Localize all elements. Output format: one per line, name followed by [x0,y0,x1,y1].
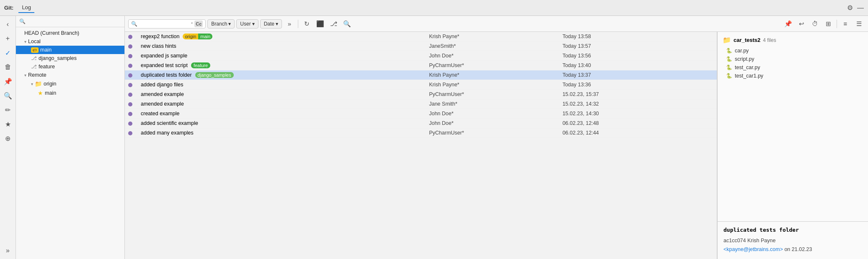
commit-user-cell: Jane Smith* [426,99,559,109]
refresh-icon[interactable]: ↻ [301,18,313,30]
branch-graph-icon[interactable]: ⎇ [328,18,339,30]
log-area: regexp2 functionoriginmainKrish Payne*To… [125,32,868,259]
table-row[interactable]: amended exampleJane Smith*15.02.23, 14:3… [125,99,717,109]
settings-icon[interactable]: ⚙ [847,4,853,12]
commit-detail-title: duplicated tests folder [723,227,862,233]
sidebar-item-remote[interactable]: ▾ Remote [16,71,124,79]
pin2-icon[interactable]: 📌 [782,18,794,30]
layout-icon[interactable]: ⊞ [822,18,834,30]
sidebar-item-local[interactable]: ▾ Local [16,37,124,46]
commit-email[interactable]: <kpayne@jetbrains.com> [723,246,783,252]
right-panel-commit-detail: duplicated tests folder ac1cc074 Krish P… [718,222,868,259]
graph-cell [125,70,137,80]
sidebar-item-origin[interactable]: ▾ 📁 origin [16,79,124,88]
regex-btn[interactable]: * [191,21,193,26]
commit-search-input[interactable] [139,21,189,27]
folder-name: car_tests2 [734,37,760,43]
case-btn[interactable]: Cc [194,21,203,27]
graph-cell [125,32,137,41]
graph-cell [125,99,137,109]
history-icon[interactable]: ⏱ [809,18,821,30]
sidebar-search-icon: 🔍 [19,18,26,24]
commit-date-val: on 21.02.23 [784,246,812,252]
py-file-icon: 🐍 [726,65,732,70]
commit-user-cell: PyCharmUser* [426,90,559,99]
sidebar-item-main[interactable]: 🏷 main [16,46,124,54]
sidebar-item-feature[interactable]: ⎇ feature [16,62,124,71]
table-row[interactable]: added many examplesPyCharmUser*06.02.23,… [125,128,717,138]
left-toolbar: ‹ + ✓ 🗑 📌 🔍 ✏ ★ ⊕ » [0,16,16,259]
commit-message-text: added scientific example [141,120,198,126]
table-row[interactable]: expanded test scriptfeaturePyCharmUser*T… [125,61,717,70]
sidebar-item-django-samples[interactable]: ⎇ django_samples [16,54,124,62]
commit-search-box[interactable]: 🔍 * Cc [128,19,206,28]
trash-icon[interactable]: 🗑 [2,61,14,73]
file-count: 4 files [763,37,776,43]
sidebar-item-head[interactable]: HEAD (Current Branch) [16,29,124,37]
commit-detail-meta: ac1cc074 Krish Payne <kpayne@jetbrains.c… [723,236,862,254]
pencil-icon[interactable]: ✏ [2,104,14,116]
date-filter[interactable]: Date ▾ [260,19,282,28]
back-icon[interactable]: ‹ [2,18,14,30]
table-row[interactable]: added django filesKrish Payne*Today 13:3… [125,80,717,90]
table-row[interactable]: new class hintsJaneSmith*Today 13:57 [125,41,717,51]
minimize-icon[interactable]: — [857,4,864,12]
plus-circle-icon[interactable]: ⊕ [2,132,14,144]
list-item[interactable]: 🐍test_car1.py [723,72,863,80]
user-filter[interactable]: User ▾ [236,19,258,28]
graph-cell [125,80,137,90]
log-table: regexp2 functionoriginmainKrish Payne*To… [125,32,717,138]
undo-icon[interactable]: ↩ [796,18,807,30]
pin-icon[interactable]: 📌 [2,75,14,87]
graph-cell [125,41,137,51]
file-name: test_car1.py [735,73,763,79]
commit-message-text: added django files [141,82,183,88]
commit-message-cell: amended example [137,99,426,109]
more-filters-icon[interactable]: » [284,18,295,30]
commit-user-cell: John Doe* [426,51,559,61]
branch-tag-origin-main: originmain [183,34,212,39]
list-item[interactable]: 🐍test_car.py [723,63,863,72]
plus-icon[interactable]: + [2,33,14,44]
sidebar-tree: HEAD (Current Branch) ▾ Local 🏷 main ⎇ d… [16,27,124,259]
star-icon[interactable]: ★ [2,118,14,130]
table-row[interactable]: added scientific exampleJohn Doe*06.02.2… [125,119,717,128]
commit-message-cell: added many examples [137,128,426,138]
checkmark-icon[interactable]: ✓ [2,47,14,59]
commit-user-cell: PyCharmUser* [426,61,559,70]
commit-message-cell: created example [137,109,426,119]
commit-date-cell: Today 13:37 [559,70,717,80]
log-search-icon[interactable]: 🔍 [341,18,353,30]
stop-icon[interactable]: ⬛ [314,18,326,30]
log-tab[interactable]: Log [18,3,34,13]
commit-message-cell: expanded js sample [137,51,426,61]
commit-date-cell: 15.02.23, 14:32 [559,99,717,109]
table-row[interactable]: regexp2 functionoriginmainKrish Payne*To… [125,32,717,41]
commit-user-detail: Krish Payne [747,238,775,243]
commit-hash: ac1cc074 [723,238,746,243]
branch-filter[interactable]: Branch ▾ [207,19,235,28]
commit-message-cell: regexp2 functionoriginmain [137,32,426,41]
commit-date-cell: 06.02.23, 12:44 [559,128,717,138]
table-row[interactable]: duplicated tests folderdjango_samplesKri… [125,70,717,80]
commit-date-cell: 15.02.23, 15:37 [559,90,717,99]
sidebar-search-input[interactable] [26,18,121,24]
list-item[interactable]: 🐍car.py [723,47,863,55]
search-icon[interactable]: 🔍 [2,90,14,101]
log-table-container: regexp2 functionoriginmainKrish Payne*To… [125,32,717,259]
table-row[interactable]: amended examplePyCharmUser*15.02.23, 15:… [125,90,717,99]
table-row[interactable]: created exampleJohn Doe*15.02.23, 14:30 [125,109,717,119]
commit-date-cell: 15.02.23, 14:30 [559,109,717,119]
commit-date-cell: Today 13:58 [559,32,717,41]
settings2-icon[interactable]: ☰ [853,18,865,30]
chevron-double-icon[interactable]: » [2,245,14,256]
sidebar-search-box[interactable]: 🔍 [16,16,124,27]
commit-message-cell: duplicated tests folderdjango_samples [137,70,426,80]
table-row[interactable]: expanded js sampleJohn Doe*Today 13:56 [125,51,717,61]
list-item[interactable]: 🐍script.py [723,55,863,63]
graph-cell [125,119,137,128]
align-right-icon[interactable]: ≡ [840,18,851,30]
date-filter-chevron: ▾ [276,21,278,27]
main-branch-label: main [40,47,52,53]
sidebar-item-origin-main[interactable]: ★ main [16,88,124,98]
